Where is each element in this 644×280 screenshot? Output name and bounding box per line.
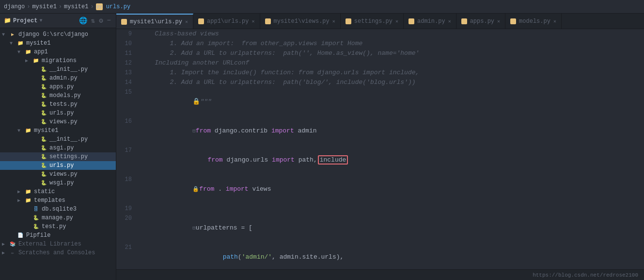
- sidebar-item-init-mysite1[interactable]: 🐍 __init__.py: [0, 135, 116, 144]
- sidebar-item-asgi[interactable]: 🐍 asgi.py: [0, 144, 116, 152]
- code-table: 9 Class-based views 10 1. Add an import:…: [116, 29, 644, 269]
- sidebar-label: django G:\src\django: [18, 31, 88, 38]
- tab-file-icon: [461, 18, 467, 24]
- sidebar-label: manage.py: [42, 214, 73, 221]
- sidebar-item-db[interactable]: 🗄 db.sqlite3: [0, 205, 116, 214]
- code-line: 1. Import the include() function: from d…: [136, 68, 644, 78]
- db-file-icon: 🗄: [32, 205, 40, 213]
- sidebar-item-migrations[interactable]: ▶ 📁 migrations: [0, 56, 116, 65]
- tab-close-button[interactable]: ✕: [395, 18, 398, 24]
- tab-close-button[interactable]: ✕: [332, 18, 335, 24]
- sidebar-item-test[interactable]: 🐍 test.py: [0, 222, 116, 231]
- sidebar-item-templates[interactable]: ▶ 📁 templates: [0, 196, 116, 205]
- sidebar-item-manage[interactable]: 🐍 manage.py: [0, 214, 116, 222]
- code-token: from: [199, 185, 218, 193]
- sidebar-item-urls-app1[interactable]: 🐍 urls.py: [0, 109, 116, 117]
- sidebar-item-wsgi[interactable]: 🐍 wsgi.py: [0, 179, 116, 187]
- tab-label: settings.py: [354, 18, 393, 25]
- minimize-icon[interactable]: −: [106, 16, 112, 26]
- py-file-icon: 🐍: [40, 83, 47, 91]
- sidebar-label: apps.py: [49, 83, 74, 90]
- tab-models[interactable]: models.py ✕: [505, 14, 562, 29]
- tab-admin[interactable]: admin.py ✕: [404, 14, 456, 29]
- tab-file-icon: [198, 18, 204, 24]
- add-file-icon[interactable]: 🌐: [78, 16, 88, 26]
- sidebar-item-app1[interactable]: ▼ 📁 app1: [0, 48, 116, 56]
- line-number: 13: [116, 68, 136, 78]
- tab-close-button[interactable]: ✕: [497, 18, 500, 24]
- line-number: 19: [116, 204, 136, 214]
- sidebar-item-views-app1[interactable]: 🐍 views.py: [0, 117, 116, 126]
- line-number: 18: [116, 175, 136, 204]
- tab-settings[interactable]: settings.py ✕: [341, 14, 404, 29]
- main-layout: 📁 Project ▼ 🌐 ⇅ ⚙ − ▼ ▶ django G:\src\dj…: [0, 14, 644, 280]
- sidebar-item-static[interactable]: ▶ 📁 static: [0, 187, 116, 196]
- py-file-icon: 🐍: [40, 170, 47, 178]
- folder-icon: 📁: [4, 17, 11, 24]
- editor-content[interactable]: 9 Class-based views 10 1. Add an import:…: [116, 29, 644, 269]
- sidebar-label: settings.py: [49, 153, 88, 160]
- code-token: .: [218, 185, 226, 193]
- sidebar-item-views-mysite1[interactable]: 🐍 views.py: [0, 170, 116, 179]
- sidebar-label: models.py: [49, 92, 81, 99]
- sidebar-label: urls.py: [49, 162, 74, 169]
- sidebar-item-urls-mysite1[interactable]: 🐍 urls.py: [0, 161, 116, 170]
- py-file-icon: 🐍: [40, 74, 47, 82]
- sidebar-item-django[interactable]: ▼ ▶ django G:\src\django: [0, 30, 116, 39]
- tab-mysite1-views[interactable]: mysite1\views.py ✕: [260, 14, 341, 29]
- sidebar-item-mysite1-root[interactable]: ▼ 📁 mysite1: [0, 39, 116, 48]
- expand-arrow: ▼: [10, 41, 16, 46]
- code-token: ),: [336, 253, 344, 261]
- sidebar-item-scratches[interactable]: ▶ ✏ Scratches and Consoles: [0, 248, 116, 257]
- code-line: Class-based views: [136, 29, 644, 39]
- sidebar-item-settings[interactable]: 🐍 settings.py: [0, 152, 116, 161]
- sidebar-label: migrations: [42, 57, 77, 64]
- sidebar-label: app1: [34, 49, 48, 55]
- tab-close-button[interactable]: ✕: [185, 19, 188, 25]
- chevron-down-icon: ▼: [39, 18, 42, 23]
- status-url: https://blog.csdn.net/redrose2100: [533, 272, 638, 278]
- tab-file-icon: [121, 19, 127, 25]
- code-token: urlpatterns: [196, 224, 241, 231]
- py-file-icon: 🐍: [32, 223, 40, 231]
- fold-icon: ⊟: [192, 128, 196, 134]
- tab-file-icon: [265, 18, 271, 24]
- collapse-icon[interactable]: ⇅: [90, 16, 96, 26]
- expand-arrow: ▶: [2, 241, 9, 247]
- breadcrumb-django: django: [4, 3, 25, 10]
- sidebar-item-apps-py[interactable]: 🐍 apps.py: [0, 82, 116, 91]
- code-token: import: [271, 127, 298, 134]
- sidebar-item-tests-py[interactable]: 🐍 tests.py: [0, 100, 116, 109]
- tab-app1-urls[interactable]: app1\urls.py ✕: [193, 14, 260, 29]
- tab-label: admin.py: [417, 18, 445, 25]
- code-token: django.urls: [226, 156, 272, 164]
- sidebar-item-models-py[interactable]: 🐍 models.py: [0, 91, 116, 100]
- library-icon: 📚: [9, 240, 16, 248]
- tab-close-button[interactable]: ✕: [251, 18, 254, 24]
- code-token: django.contrib: [215, 127, 271, 134]
- settings-icon[interactable]: ⚙: [98, 16, 104, 26]
- expand-arrow: ▼: [17, 128, 24, 133]
- code-token: [192, 253, 222, 261]
- sidebar-item-mysite1-sub[interactable]: ▼ 📁 mysite1: [0, 126, 116, 135]
- line-number: 14: [116, 78, 136, 87]
- py-file-icon: 🐍: [40, 162, 47, 169]
- sidebar-item-external-libraries[interactable]: ▶ 📚 External Libraries: [0, 240, 116, 248]
- tab-close-button[interactable]: ✕: [448, 18, 451, 24]
- tab-mysite1-urls[interactable]: mysite1\urls.py ✕: [116, 14, 193, 29]
- sidebar-item-init-app1[interactable]: 🐍 __init__.py: [0, 65, 116, 74]
- py-file-icon: 🐍: [40, 92, 47, 99]
- sidebar-item-admin-py[interactable]: 🐍 admin.py: [0, 74, 116, 82]
- breadcrumb-file-icon: py: [96, 3, 103, 10]
- folder-icon: 📁: [24, 127, 32, 134]
- tab-close-button[interactable]: ✕: [553, 18, 556, 24]
- sidebar-item-pipfile[interactable]: 📄 Pipfile: [0, 231, 116, 240]
- tab-apps[interactable]: apps.py ✕: [456, 14, 505, 29]
- title-bar: django › mysite1 › mysite1 › py urls.py: [0, 0, 644, 14]
- py-file-icon: 🐍: [40, 100, 47, 108]
- code-token: admin.site.urls: [280, 253, 336, 261]
- code-line: 🔒""": [136, 87, 644, 116]
- tab-file-icon: [510, 18, 516, 24]
- code-line: 2. Add a URL to urlpatterns: path('', Ho…: [136, 49, 644, 58]
- line-number: 12: [116, 58, 136, 68]
